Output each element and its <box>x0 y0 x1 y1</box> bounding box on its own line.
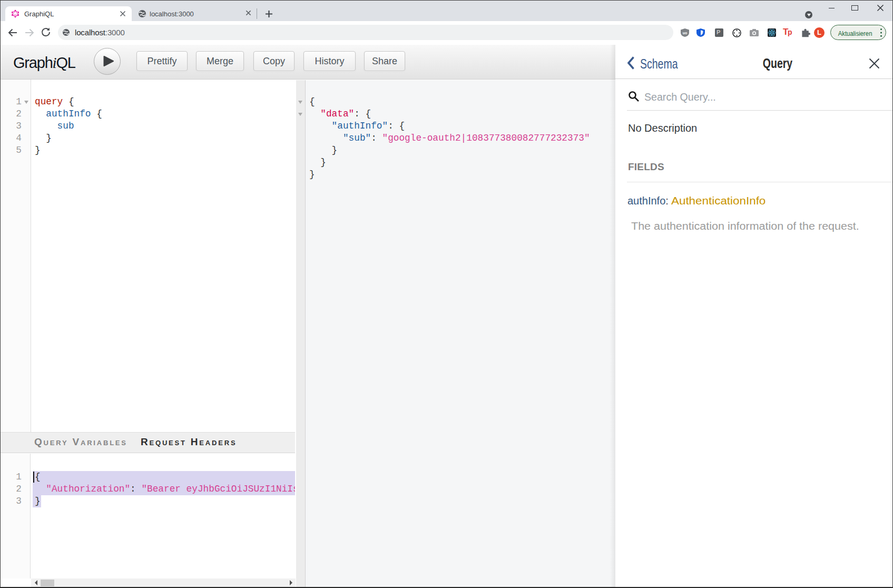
svg-text:uo: uo <box>683 31 688 35</box>
